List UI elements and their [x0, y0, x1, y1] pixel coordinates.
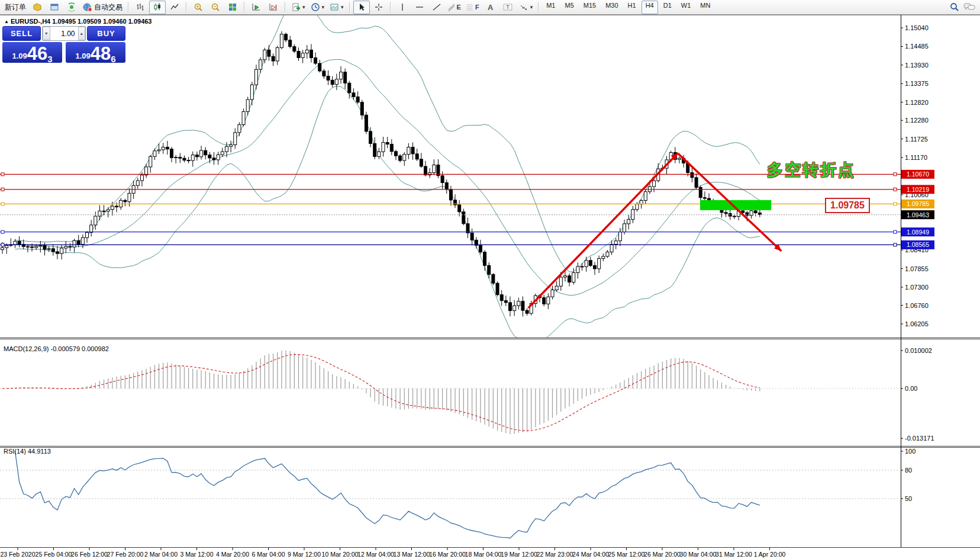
svg-text:1 Apr 20:00: 1 Apr 20:00 — [754, 551, 786, 558]
timeframe-button-m30[interactable]: M30 — [601, 1, 622, 14]
periods-button[interactable]: ▾ — [308, 1, 327, 14]
chevron-down-icon: ▾ — [341, 5, 344, 10]
svg-text:6 Mar 04:00: 6 Mar 04:00 — [252, 551, 285, 558]
zoom-in-button[interactable] — [190, 1, 207, 14]
cursor-icon — [357, 2, 366, 12]
indicators-button[interactable]: ▾ — [289, 1, 308, 14]
vertical-line-tool-button[interactable] — [394, 1, 411, 14]
timeframe-button-h1[interactable]: H1 — [624, 1, 640, 14]
svg-text:30 Mar 04:00: 30 Mar 04:00 — [680, 551, 717, 558]
toolbar-separator — [128, 2, 129, 12]
search-icon[interactable] — [949, 2, 960, 12]
chart-shift-button[interactable] — [265, 1, 282, 14]
toolbar-separator — [390, 2, 391, 12]
volume-decrease-button[interactable]: ▼ — [43, 27, 50, 40]
trendline-tool-button[interactable] — [428, 1, 445, 14]
svg-text:26 Mar 20:00: 26 Mar 20:00 — [644, 551, 681, 558]
svg-text:1.06205: 1.06205 — [905, 320, 929, 327]
signals-button[interactable] — [63, 1, 80, 14]
line-chart-button[interactable] — [166, 1, 183, 14]
volume-input[interactable] — [50, 27, 78, 40]
svg-text:1.11725: 1.11725 — [905, 136, 928, 143]
templates-button[interactable]: ▾ — [327, 1, 346, 14]
svg-text:1.09785: 1.09785 — [907, 200, 929, 207]
candlestick-chart-button[interactable] — [149, 1, 166, 14]
macd-plot — [0, 351, 901, 434]
vertical-line-icon — [398, 2, 407, 12]
svg-text:25 Mar 12:00: 25 Mar 12:00 — [608, 551, 645, 558]
timeframe-button-m1[interactable]: M1 — [542, 1, 559, 14]
horizontal-line-icon — [415, 2, 424, 12]
svg-text:1.14485: 1.14485 — [905, 43, 929, 50]
channel-icon — [448, 2, 455, 12]
horizontal-line-tool-button[interactable] — [411, 1, 428, 14]
timeframe-button-mn[interactable]: MN — [696, 1, 714, 14]
fibonacci-letter: F — [475, 4, 479, 11]
tile-windows-button[interactable] — [224, 1, 241, 14]
svg-text:18 Mar 04:00: 18 Mar 04:00 — [465, 551, 502, 558]
sell-price-prefix: 1.09 — [12, 52, 27, 60]
sell-button[interactable]: SELL — [2, 26, 41, 41]
rsi-indicator-label: RSI(14) 44.9113 — [4, 448, 51, 455]
sell-price[interactable]: 1.09 46 3 — [2, 42, 62, 63]
crosshair-button[interactable] — [370, 1, 387, 14]
svg-text:27 Feb 20:00: 27 Feb 20:00 — [107, 551, 144, 558]
buy-price[interactable]: 1.09 48 6 — [66, 42, 125, 63]
bar-chart-button[interactable] — [132, 1, 149, 14]
fibonacci-tool-button[interactable]: F — [464, 1, 482, 14]
cursor-button[interactable] — [353, 1, 370, 14]
svg-text:24 Mar 04:00: 24 Mar 04:00 — [572, 551, 609, 558]
auto-trading-button[interactable]: 自动交易 — [80, 1, 125, 14]
chevron-down-icon: ▾ — [530, 5, 533, 10]
timeframe-button-d1[interactable]: D1 — [659, 1, 676, 14]
svg-text:1.08565: 1.08565 — [907, 241, 929, 248]
chart-window[interactable]: 1.150401.144851.139301.133751.128201.122… — [0, 15, 980, 559]
zoom-in-icon — [194, 2, 203, 12]
chart-title: ▲ EURUSD-,H4 1.09495 1.09509 1.09460 1.0… — [4, 18, 152, 25]
bar-chart-icon — [136, 2, 145, 12]
timeframe-button-w1[interactable]: W1 — [677, 1, 695, 14]
arrows-tool-button[interactable]: ▾ — [517, 1, 536, 14]
timeframe-button-m5[interactable]: M5 — [560, 1, 578, 14]
text-label-tool-button[interactable]: T — [499, 1, 516, 14]
chart-profile-button[interactable] — [29, 1, 46, 14]
collapse-triangle-icon[interactable]: ▲ — [4, 19, 9, 24]
svg-text:1.09463: 1.09463 — [907, 211, 929, 219]
auto-scroll-button[interactable] — [248, 1, 265, 14]
timeframe-button-h4[interactable]: H4 — [641, 1, 658, 14]
svg-text:0.010002: 0.010002 — [905, 347, 932, 354]
channel-letter: E — [457, 4, 461, 11]
terminal-icon — [50, 2, 59, 12]
timeframe-button-group: M1M5M15M30H1H4D1W1MN — [542, 1, 714, 14]
price-callout-label[interactable]: 1.09785 — [825, 198, 870, 213]
volume-increase-button[interactable]: ▲ — [78, 27, 86, 40]
svg-text:2 Mar 04:00: 2 Mar 04:00 — [144, 551, 178, 558]
buy-button[interactable]: BUY — [87, 26, 125, 41]
chart-canvas[interactable]: 1.150401.144851.139301.133751.128201.122… — [0, 15, 980, 559]
svg-text:80: 80 — [905, 467, 912, 474]
svg-text:4 Mar 20:00: 4 Mar 20:00 — [216, 551, 249, 558]
zoom-out-button[interactable] — [207, 1, 224, 14]
turning-point-annotation[interactable]: 多空转折点 — [767, 159, 856, 181]
candlestick-chart-icon — [153, 2, 162, 12]
svg-text:16 Mar 20:00: 16 Mar 20:00 — [429, 551, 466, 558]
buy-price-main: 48 — [91, 45, 111, 62]
svg-text:1.07855: 1.07855 — [905, 265, 929, 272]
svg-text:9 Mar 12:00: 9 Mar 12:00 — [288, 551, 321, 558]
svg-text:100: 100 — [905, 448, 915, 455]
svg-text:10 Mar 20:00: 10 Mar 20:00 — [322, 551, 359, 558]
time-axis[interactable]: 23 Feb 202025 Feb 04:0026 Feb 12:0027 Fe… — [1, 548, 786, 558]
channel-tool-button[interactable]: E — [446, 1, 463, 14]
new-order-button[interactable]: 新订单 — [2, 1, 28, 14]
svg-text:1.12280: 1.12280 — [905, 117, 929, 124]
chat-icon[interactable] — [963, 2, 975, 12]
chevron-down-icon: ▾ — [302, 5, 305, 10]
svg-text:1.10670: 1.10670 — [907, 171, 929, 178]
text-tool-button[interactable]: A — [482, 1, 499, 14]
text-label-icon: T — [502, 2, 513, 12]
chevron-down-icon: ▾ — [322, 5, 325, 10]
price-axis[interactable]: 1.150401.144851.139301.133751.128201.122… — [901, 24, 934, 502]
terminal-button[interactable] — [46, 1, 63, 14]
auto-trading-label: 自动交易 — [94, 2, 122, 12]
timeframe-button-m15[interactable]: M15 — [579, 1, 600, 14]
